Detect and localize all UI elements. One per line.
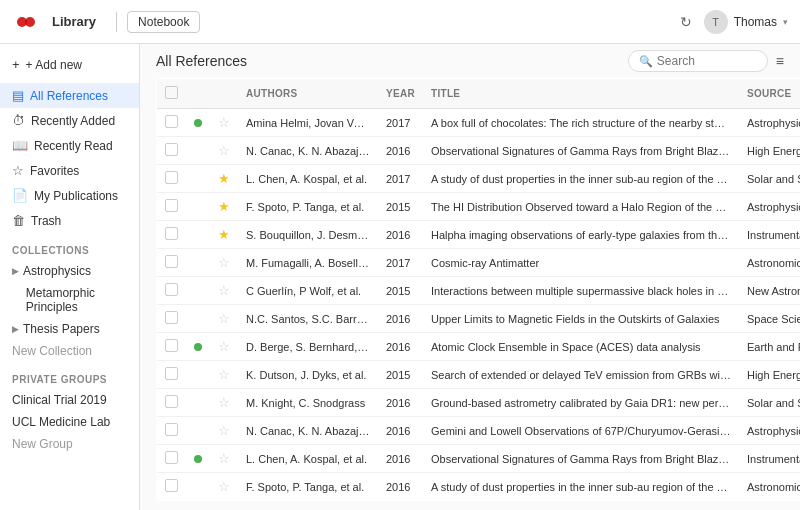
row-checkbox[interactable] [165, 423, 178, 436]
row-authors: N. Canac, K. N. Abazajian [238, 417, 378, 445]
user-menu[interactable]: T Thomas ▾ [704, 10, 788, 34]
row-checkbox[interactable] [165, 227, 178, 240]
new-group-button[interactable]: New Group [0, 433, 139, 455]
sidebar-item-recently-read[interactable]: 📖 Recently Read [0, 133, 139, 158]
row-checkbox[interactable] [165, 143, 178, 156]
row-checkbox[interactable] [165, 339, 178, 352]
sidebar-item-favorites[interactable]: ☆ Favorites [0, 158, 139, 183]
col-year-header[interactable]: YEAR [378, 79, 423, 109]
row-star-cell[interactable]: ☆ [210, 305, 238, 333]
row-star-cell[interactable]: ☆ [210, 137, 238, 165]
row-checkbox[interactable] [165, 171, 178, 184]
row-title: A study of dust properties in the inner … [423, 473, 739, 501]
row-star-cell[interactable]: ☆ [210, 389, 238, 417]
table-row: ☆ N. Canac, K. N. Abazajian 2016 Observa… [157, 137, 801, 165]
table-row: ☆ M. Fumagalli, A. Boselli et al. 2017 C… [157, 249, 801, 277]
row-authors: N.C. Santos, S.C. Barros, [238, 305, 378, 333]
star-filled-icon[interactable]: ★ [218, 171, 230, 186]
star-empty-icon[interactable]: ☆ [218, 115, 230, 130]
col-authors-header[interactable]: AUTHORS [238, 79, 378, 109]
row-star-cell[interactable]: ☆ [210, 445, 238, 473]
row-star-cell[interactable]: ☆ [210, 277, 238, 305]
status-dot [194, 203, 202, 211]
row-checkbox[interactable] [165, 395, 178, 408]
notebook-button[interactable]: Notebook [127, 11, 200, 33]
row-source: High Energy Astro... [739, 137, 800, 165]
row-star-cell[interactable]: ★ [210, 165, 238, 193]
row-star-cell[interactable]: ☆ [210, 473, 238, 501]
status-dot [194, 399, 202, 407]
row-source: New Astronomy [739, 277, 800, 305]
row-authors: M. Fumagalli, A. Boselli et al. [238, 249, 378, 277]
row-year: 2016 [378, 305, 423, 333]
sidebar-item-recently-added[interactable]: ⏱ Recently Added [0, 108, 139, 133]
row-checkbox[interactable] [165, 367, 178, 380]
sidebar-collection-astrophysics[interactable]: ▶ Astrophysics [0, 260, 139, 282]
star-filled-icon[interactable]: ★ [218, 199, 230, 214]
row-star-cell[interactable]: ☆ [210, 333, 238, 361]
sidebar-group-ucl[interactable]: UCL Medicine Lab [0, 411, 139, 433]
status-dot [194, 427, 202, 435]
sidebar-item-trash[interactable]: 🗑 Trash [0, 208, 139, 233]
row-dot-cell [186, 445, 210, 473]
star-empty-icon[interactable]: ☆ [218, 395, 230, 410]
collections-section-header: COLLECTIONS [0, 237, 139, 260]
table-row: ☆ D. Berge, S. Bernhard, et al. 2016 Ato… [157, 333, 801, 361]
new-collection-button[interactable]: New Collection [0, 340, 139, 362]
content-toolbar: All References 🔍 ≡ [140, 44, 800, 78]
row-checkbox[interactable] [165, 311, 178, 324]
star-empty-icon[interactable]: ☆ [218, 339, 230, 354]
row-authors: D. Berge, S. Bernhard, et al. [238, 333, 378, 361]
clock-icon: ⏱ [12, 113, 25, 128]
row-title: Search of extended or delayed TeV emissi… [423, 361, 739, 389]
row-source: Solar and Stellar [739, 165, 800, 193]
row-title: Ground-based astrometry calibrated by Ga… [423, 389, 739, 417]
add-new-button[interactable]: + + Add new [0, 52, 139, 77]
row-title: Observational Signatures of Gamma Rays f… [423, 445, 739, 473]
user-name: Thomas [734, 15, 777, 29]
row-source: Space Science [739, 305, 800, 333]
star-filled-icon[interactable]: ★ [218, 227, 230, 242]
sidebar-item-all-references[interactable]: ▤ All References [0, 83, 139, 108]
row-checkbox[interactable] [165, 115, 178, 128]
sidebar-collection-thesis[interactable]: ▶ Thesis Papers [0, 318, 139, 340]
star-empty-icon[interactable]: ☆ [218, 451, 230, 466]
star-empty-icon[interactable]: ☆ [218, 423, 230, 438]
row-authors: M. Knight, C. Snodgrass [238, 389, 378, 417]
row-star-cell[interactable]: ☆ [210, 109, 238, 137]
row-dot-cell [186, 165, 210, 193]
table-row: ★ S. Bouquillon, J. Desmars, 2016 Halpha… [157, 221, 801, 249]
sidebar-group-clinical[interactable]: Clinical Trial 2019 [0, 389, 139, 411]
table-row: ★ F. Spoto, P. Tanga, et al. 2015 The HI… [157, 193, 801, 221]
star-empty-icon[interactable]: ☆ [218, 283, 230, 298]
row-checkbox[interactable] [165, 283, 178, 296]
star-empty-icon[interactable]: ☆ [218, 143, 230, 158]
sidebar-collection-metamorphic[interactable]: Metamorphic Principles [0, 282, 139, 318]
row-checkbox-cell [157, 277, 187, 305]
row-title: A study of dust properties in the inner … [423, 165, 739, 193]
row-checkbox-cell [157, 473, 187, 501]
sidebar-item-my-publications[interactable]: 📄 My Publications [0, 183, 139, 208]
row-star-cell[interactable]: ★ [210, 221, 238, 249]
star-empty-icon[interactable]: ☆ [218, 479, 230, 494]
row-star-cell[interactable]: ☆ [210, 249, 238, 277]
status-dot [194, 371, 202, 379]
row-year: 2015 [378, 361, 423, 389]
star-empty-icon[interactable]: ☆ [218, 367, 230, 382]
row-checkbox[interactable] [165, 451, 178, 464]
filter-button[interactable]: ≡ [776, 53, 784, 69]
row-title: Halpha imaging observations of early-typ… [423, 221, 739, 249]
refresh-button[interactable]: ↻ [680, 14, 692, 30]
row-star-cell[interactable]: ★ [210, 193, 238, 221]
star-empty-icon[interactable]: ☆ [218, 255, 230, 270]
row-star-cell[interactable]: ☆ [210, 361, 238, 389]
star-empty-icon[interactable]: ☆ [218, 311, 230, 326]
row-star-cell[interactable]: ☆ [210, 417, 238, 445]
table-row: ☆ Amina Helmi, Jovan Veljan 2017 A box f… [157, 109, 801, 137]
row-checkbox[interactable] [165, 479, 178, 492]
search-input[interactable] [657, 54, 757, 68]
row-checkbox[interactable] [165, 255, 178, 268]
search-box[interactable]: 🔍 [628, 50, 768, 72]
row-checkbox[interactable] [165, 199, 178, 212]
table-body: ☆ Amina Helmi, Jovan Veljan 2017 A box f… [157, 109, 801, 501]
